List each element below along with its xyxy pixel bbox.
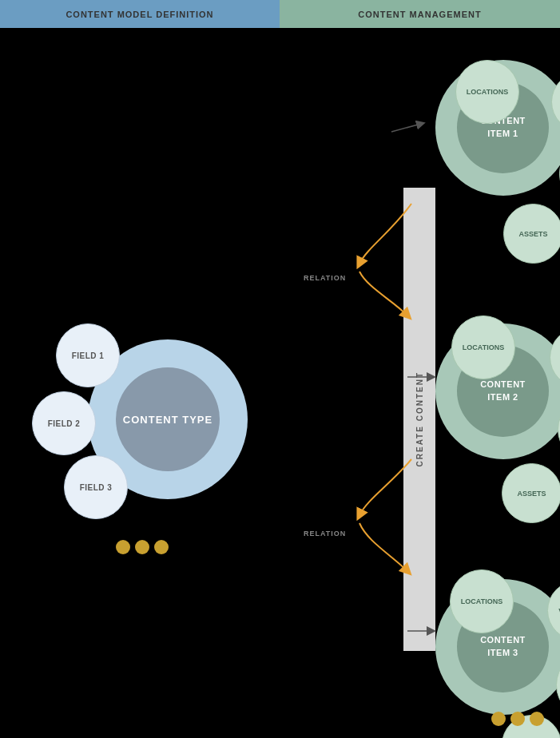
content-item-2-locations: LOCATIONS [451, 315, 515, 379]
dot-2 [135, 540, 149, 554]
right-panel-dots [491, 712, 544, 726]
assets-2-label: ASSETS [517, 490, 546, 498]
content-type-diagram: CONTENT TYPE FIELD 1 FIELD 2 FIELD 3 [48, 315, 264, 531]
right-dot-1 [491, 712, 506, 726]
field-2-label: FIELD 2 [48, 419, 81, 428]
header-left: CONTENT MODEL DEFINITION [0, 0, 280, 28]
field-1-circle: FIELD 1 [56, 323, 120, 387]
create-content-label: CREATE CONTENT [415, 371, 424, 466]
header: CONTENT MODEL DEFINITION CONTENT MANAGEM… [0, 0, 560, 28]
content-item-3-label: CONTENTITEM 3 [480, 634, 526, 659]
header-right-title: CONTENT MANAGEMENT [358, 10, 481, 19]
content-item-2-assets: ASSETS [502, 463, 560, 523]
field-1-label: FIELD 1 [72, 351, 105, 360]
left-panel: CONTENT TYPE FIELD 1 FIELD 2 FIELD 3 [0, 28, 280, 738]
content-item-1-locations: LOCATIONS [455, 60, 519, 124]
content-type-inner-circle: CONTENT TYPE [116, 367, 220, 471]
locations-3-label: LOCATIONS [461, 597, 502, 605]
left-panel-dots [116, 540, 169, 554]
right-dot-3 [530, 712, 544, 726]
relation-label-2: RELATION [304, 530, 346, 538]
dot-3 [154, 540, 169, 554]
content-item-3-locations: LOCATIONS [450, 569, 514, 633]
content-item-2-label: CONTENTITEM 2 [480, 379, 526, 403]
locations-2-label: LOCATIONS [463, 343, 504, 351]
locations-1-label: LOCATIONS [467, 88, 508, 96]
header-right: CONTENT MANAGEMENT [280, 0, 560, 28]
content-item-1-assets: ASSETS [503, 204, 560, 264]
field-3-label: FIELD 3 [80, 483, 113, 492]
header-left-title: CONTENT MODEL DEFINITION [66, 10, 213, 19]
field-3-circle: FIELD 3 [64, 455, 128, 519]
relation-label-1: RELATION [304, 274, 346, 282]
right-panel: CREATE CONTENT CONTENTITEM 1 LOCATIONS V… [280, 28, 560, 738]
field-2-circle: FIELD 2 [32, 391, 96, 455]
content-type-label: CONTENT TYPE [123, 414, 212, 426]
right-dot-2 [510, 712, 525, 726]
assets-1-label: ASSETS [518, 230, 547, 238]
dot-1 [116, 540, 130, 554]
create-content-bar: CREATE CONTENT [403, 188, 435, 651]
